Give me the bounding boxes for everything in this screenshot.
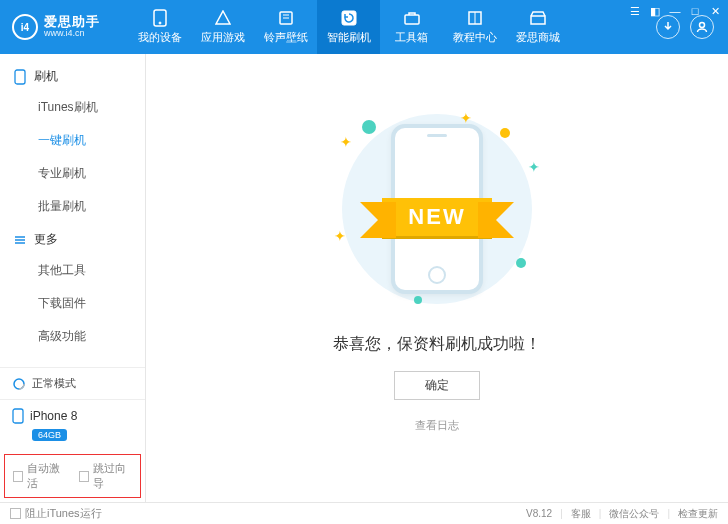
auto-activate-checkbox[interactable]: 自动激活 bbox=[13, 461, 67, 491]
brand-url: www.i4.cn bbox=[44, 29, 100, 39]
window-controls: ☰ ◧ — □ ✕ bbox=[628, 4, 722, 18]
download-button[interactable] bbox=[656, 15, 680, 39]
skin-icon[interactable]: ◧ bbox=[648, 4, 662, 18]
music-icon bbox=[277, 9, 295, 27]
sidebar-group-flash[interactable]: 刷机 bbox=[0, 60, 145, 91]
svg-point-6 bbox=[700, 23, 705, 28]
group-label: 刷机 bbox=[34, 68, 58, 85]
main-content: ✦✦✦✦ NEW 恭喜您，保资料刷机成功啦！ 确定 查看日志 bbox=[146, 54, 728, 502]
brand-logo: i4 爱思助手 www.i4.cn bbox=[12, 14, 100, 40]
nav-ringtone[interactable]: 铃声壁纸 bbox=[254, 0, 317, 54]
view-log-link[interactable]: 查看日志 bbox=[415, 418, 459, 433]
nav-flash[interactable]: 智能刷机 bbox=[317, 0, 380, 54]
sidebar-item-oneclick[interactable]: 一键刷机 bbox=[0, 124, 145, 157]
group-label: 更多 bbox=[34, 231, 58, 248]
sidebar: 刷机 iTunes刷机 一键刷机 专业刷机 批量刷机 更多 其他工具 下载固件 … bbox=[0, 54, 146, 502]
apps-icon bbox=[214, 9, 232, 27]
maximize-icon[interactable]: □ bbox=[688, 4, 702, 18]
support-link[interactable]: 客服 bbox=[571, 507, 591, 521]
sidebar-item-firmware[interactable]: 下载固件 bbox=[0, 287, 145, 320]
update-link[interactable]: 检查更新 bbox=[678, 507, 718, 521]
status-label: 正常模式 bbox=[32, 376, 76, 391]
nav-apps[interactable]: 应用游戏 bbox=[191, 0, 254, 54]
status-bar: 阻止iTunes运行 V8.12 | 客服 | 微信公众号 | 检查更新 bbox=[0, 502, 728, 524]
svg-rect-4 bbox=[405, 15, 419, 24]
device-name: iPhone 8 bbox=[30, 409, 77, 423]
nav-my-device[interactable]: 我的设备 bbox=[128, 0, 191, 54]
svg-rect-7 bbox=[15, 70, 25, 84]
version-label: V8.12 bbox=[526, 508, 552, 519]
block-itunes-checkbox[interactable]: 阻止iTunes运行 bbox=[10, 506, 102, 521]
success-message: 恭喜您，保资料刷机成功啦！ bbox=[333, 334, 541, 355]
minimize-icon[interactable]: — bbox=[668, 4, 682, 18]
svg-rect-9 bbox=[13, 409, 23, 423]
sidebar-item-other[interactable]: 其他工具 bbox=[0, 254, 145, 287]
svg-point-1 bbox=[159, 22, 161, 24]
phone-icon bbox=[151, 9, 169, 27]
success-illustration: ✦✦✦✦ NEW bbox=[322, 104, 552, 314]
new-ribbon: NEW bbox=[382, 198, 491, 236]
sidebar-item-advanced[interactable]: 高级功能 bbox=[0, 320, 145, 353]
nav-label: 我的设备 bbox=[138, 30, 182, 45]
menu-icon[interactable]: ☰ bbox=[628, 4, 642, 18]
svg-rect-3 bbox=[342, 11, 356, 25]
sidebar-item-batch[interactable]: 批量刷机 bbox=[0, 190, 145, 223]
book-icon bbox=[466, 9, 484, 27]
nav-label: 应用游戏 bbox=[201, 30, 245, 45]
refresh-icon bbox=[340, 9, 358, 27]
nav-toolbox[interactable]: 工具箱 bbox=[380, 0, 443, 54]
storage-badge: 64GB bbox=[32, 429, 67, 441]
close-icon[interactable]: ✕ bbox=[708, 4, 722, 18]
nav-tutorial[interactable]: 教程中心 bbox=[443, 0, 506, 54]
nav-label: 爱思商城 bbox=[516, 30, 560, 45]
store-icon bbox=[529, 9, 547, 27]
options-highlight: 自动激活 跳过向导 bbox=[4, 454, 141, 498]
wechat-link[interactable]: 微信公众号 bbox=[609, 507, 659, 521]
user-button[interactable] bbox=[690, 15, 714, 39]
top-nav: 我的设备 应用游戏 铃声壁纸 智能刷机 工具箱 教程中心 爱思商城 bbox=[128, 0, 569, 54]
device-status[interactable]: 正常模式 bbox=[0, 368, 145, 400]
sidebar-group-more[interactable]: 更多 bbox=[0, 223, 145, 254]
ok-button[interactable]: 确定 bbox=[394, 371, 480, 400]
logo-icon: i4 bbox=[12, 14, 38, 40]
sidebar-item-pro[interactable]: 专业刷机 bbox=[0, 157, 145, 190]
nav-store[interactable]: 爱思商城 bbox=[506, 0, 569, 54]
nav-label: 铃声壁纸 bbox=[264, 30, 308, 45]
app-header: i4 爱思助手 www.i4.cn 我的设备 应用游戏 铃声壁纸 智能刷机 工具… bbox=[0, 0, 728, 54]
skip-guide-checkbox[interactable]: 跳过向导 bbox=[79, 461, 133, 491]
brand-name: 爱思助手 bbox=[44, 15, 100, 29]
nav-label: 智能刷机 bbox=[327, 30, 371, 45]
sidebar-item-itunes[interactable]: iTunes刷机 bbox=[0, 91, 145, 124]
toolbox-icon bbox=[403, 9, 421, 27]
nav-label: 工具箱 bbox=[395, 30, 428, 45]
device-info[interactable]: iPhone 8 64GB bbox=[0, 400, 145, 450]
nav-label: 教程中心 bbox=[453, 30, 497, 45]
